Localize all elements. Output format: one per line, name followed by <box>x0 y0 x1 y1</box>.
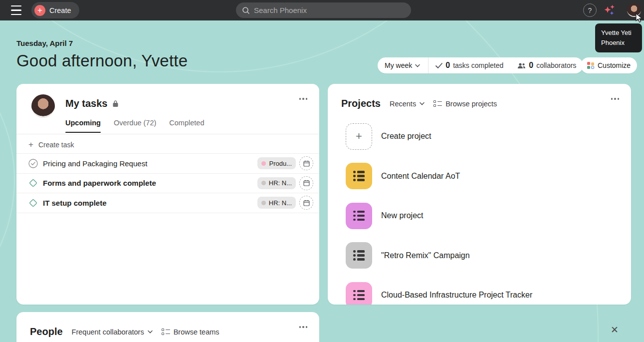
people-widget: People Frequent collaborators Browse tea… <box>16 312 319 342</box>
lock-icon <box>112 100 119 107</box>
project-name: Cloud-Based Infrastructure Project Track… <box>381 291 532 300</box>
customize-grid-icon <box>587 62 594 69</box>
create-button-label: Create <box>49 6 71 14</box>
greeting-title: Good afternoon, Yvette <box>16 51 188 70</box>
project-row[interactable]: Cloud-Based Infrastructure Project Track… <box>346 282 621 305</box>
due-date-button[interactable] <box>299 156 313 170</box>
project-list-icon <box>346 163 372 189</box>
projects-title: Projects <box>341 98 381 109</box>
create-button[interactable]: + Create <box>31 2 79 18</box>
collaborators-label: collaborators <box>536 61 576 69</box>
tag-color-dot <box>261 181 266 185</box>
due-date-button[interactable] <box>299 196 313 210</box>
customize-button[interactable]: Customize <box>581 57 637 73</box>
create-project-button[interactable]: + Create project <box>346 123 621 150</box>
task-row[interactable]: IT setup complete HR: N... <box>16 193 319 213</box>
task-project-tag[interactable]: Produ... <box>257 157 296 169</box>
chevron-down-icon <box>148 330 153 334</box>
my-tasks-menu-button[interactable] <box>297 96 310 102</box>
browse-projects-label: Browse projects <box>445 100 497 108</box>
plus-icon: + <box>28 140 33 150</box>
plus-icon: + <box>34 5 45 16</box>
search-icon <box>242 6 250 14</box>
tag-color-dot <box>261 201 266 205</box>
current-date: Tuesday, April 7 <box>16 39 73 47</box>
tab-upcoming[interactable]: Upcoming <box>65 119 101 133</box>
project-list-icon <box>346 242 372 269</box>
check-circle-icon[interactable] <box>28 159 38 168</box>
avatar-tooltip: Yvette Yeti Phoenix <box>595 23 642 52</box>
ai-sparkle-icon[interactable] <box>602 3 617 18</box>
search-input[interactable] <box>254 6 405 14</box>
close-icon[interactable]: ✕ <box>609 324 621 336</box>
my-week-label: My week <box>385 61 412 69</box>
tasks-completed-count: 0 <box>445 61 450 70</box>
due-date-button[interactable] <box>299 176 313 190</box>
project-list-icon <box>346 282 372 305</box>
project-name: "Retro Remix" Campaign <box>381 251 470 260</box>
browse-teams-link[interactable]: Browse teams <box>162 328 219 336</box>
project-row[interactable]: Content Calendar AoT <box>346 163 621 190</box>
tab-completed[interactable]: Completed <box>169 119 204 133</box>
my-tasks-avatar[interactable] <box>31 94 55 118</box>
task-row[interactable]: Forms and paperwork complete HR: N... <box>16 174 319 194</box>
browse-projects-link[interactable]: Browse projects <box>433 100 497 108</box>
tag-color-dot <box>261 161 266 166</box>
calendar-icon <box>303 200 310 206</box>
projects-filter-label: Recents <box>390 100 416 108</box>
people-title: People <box>30 326 63 338</box>
header-stats-pill: My week 0 tasks completed 0 collaborator… <box>378 57 583 73</box>
chevron-down-icon <box>420 102 425 105</box>
task-name: IT setup complete <box>43 199 257 207</box>
tab-overdue[interactable]: Overdue (72) <box>114 119 156 133</box>
search-bar[interactable] <box>236 2 411 18</box>
browse-teams-label: Browse teams <box>174 328 219 336</box>
hamburger-menu-icon[interactable] <box>11 5 24 15</box>
task-project-tag[interactable]: HR: N... <box>257 197 296 209</box>
create-task-button[interactable]: + Create task <box>16 136 319 154</box>
create-project-label: Create project <box>381 132 431 141</box>
my-tasks-title: My tasks <box>65 98 108 109</box>
my-tasks-widget: My tasks Upcoming Overdue (72) Completed… <box>16 84 319 305</box>
project-row[interactable]: "Retro Remix" Campaign <box>346 242 621 269</box>
collaborators-stat[interactable]: 0 collaborators <box>510 57 583 73</box>
tag-label: HR: N... <box>269 199 292 207</box>
task-name: Forms and paperwork complete <box>43 179 257 187</box>
project-list-icon <box>346 203 372 229</box>
task-project-tag[interactable]: HR: N... <box>257 177 296 189</box>
chevron-down-icon <box>415 64 420 67</box>
people-filter-dropdown[interactable]: Frequent collaborators <box>72 328 153 336</box>
customize-label: Customize <box>598 61 631 69</box>
project-name: New project <box>381 211 423 220</box>
browse-list-icon <box>433 100 442 107</box>
tooltip-user-name: Yvette Yeti <box>601 28 636 38</box>
approval-diamond-icon[interactable] <box>28 178 38 188</box>
project-name: Content Calendar AoT <box>381 172 460 181</box>
my-week-dropdown[interactable]: My week <box>378 57 429 73</box>
people-menu-button[interactable] <box>297 324 310 330</box>
project-row[interactable]: New project <box>346 202 621 229</box>
projects-widget: Projects Recents Browse projects + Creat… <box>328 84 631 305</box>
task-name: Pricing and Packaging Request <box>43 159 257 168</box>
calendar-icon <box>303 160 310 167</box>
projects-menu-button[interactable] <box>609 96 622 102</box>
check-icon <box>435 63 442 68</box>
people-filter-label: Frequent collaborators <box>72 328 144 336</box>
tasks-completed-stat[interactable]: 0 tasks completed <box>429 57 510 73</box>
create-task-label: Create task <box>38 141 74 149</box>
tooltip-workspace-name: Phoenix <box>601 38 636 48</box>
task-row[interactable]: Pricing and Packaging Request Produ... <box>16 154 319 174</box>
mouse-cursor <box>636 13 644 23</box>
tag-label: HR: N... <box>269 179 292 187</box>
tag-label: Produ... <box>269 160 292 167</box>
projects-filter-dropdown[interactable]: Recents <box>390 100 425 108</box>
home-page: + Create ? Yvette Yeti Phoenix Tuesday, … <box>0 0 644 342</box>
approval-diamond-icon[interactable] <box>28 198 38 208</box>
people-icon <box>517 62 526 69</box>
help-button[interactable]: ? <box>583 3 597 17</box>
browse-list-icon <box>162 329 170 335</box>
plus-icon: + <box>346 123 372 150</box>
top-bar: + Create ? <box>0 0 644 20</box>
my-tasks-tabs: Upcoming Overdue (72) Completed <box>65 119 319 133</box>
calendar-icon <box>303 180 310 186</box>
